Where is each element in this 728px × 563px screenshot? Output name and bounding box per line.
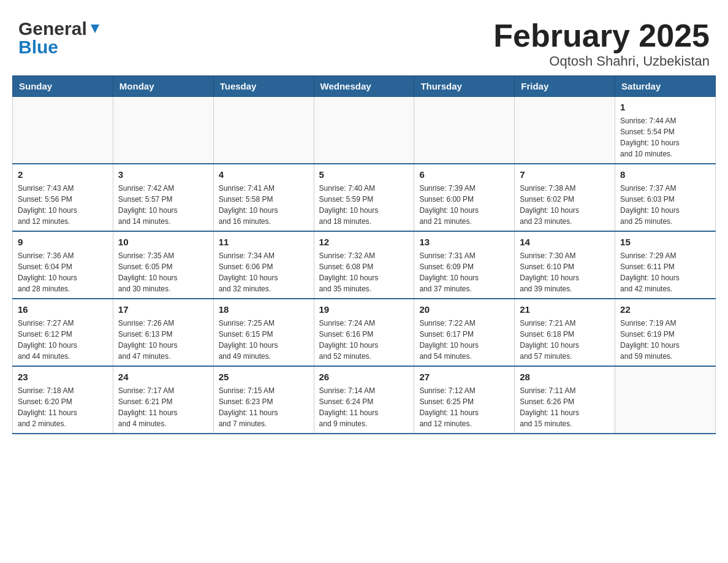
day-number: 25	[219, 370, 309, 383]
svg-marker-0	[91, 25, 99, 33]
day-info: Sunrise: 7:17 AM Sunset: 6:21 PM Dayligh…	[118, 385, 208, 429]
calendar-week-row: 1Sunrise: 7:44 AM Sunset: 5:54 PM Daylig…	[13, 97, 716, 164]
calendar-day-cell: 3Sunrise: 7:42 AM Sunset: 5:57 PM Daylig…	[113, 164, 213, 231]
weekday-header-row: Sunday Monday Tuesday Wednesday Thursday…	[13, 76, 716, 97]
day-info: Sunrise: 7:11 AM Sunset: 6:26 PM Dayligh…	[520, 385, 610, 429]
calendar-subtitle: Oqtosh Shahri, Uzbekistan	[493, 53, 710, 69]
page-header: General Blue February 2025 Oqtosh Shahri…	[12, 12, 716, 69]
day-number: 15	[620, 236, 710, 248]
day-info: Sunrise: 7:44 AM Sunset: 5:54 PM Dayligh…	[620, 115, 710, 159]
day-number: 18	[219, 303, 309, 316]
day-info: Sunrise: 7:35 AM Sunset: 6:05 PM Dayligh…	[118, 250, 208, 294]
day-info: Sunrise: 7:40 AM Sunset: 5:59 PM Dayligh…	[319, 183, 409, 227]
calendar-day-cell: 10Sunrise: 7:35 AM Sunset: 6:05 PM Dayli…	[113, 231, 213, 299]
calendar-body: 1Sunrise: 7:44 AM Sunset: 5:54 PM Daylig…	[13, 97, 716, 434]
day-info: Sunrise: 7:39 AM Sunset: 6:00 PM Dayligh…	[419, 183, 509, 227]
day-number: 3	[118, 168, 208, 181]
day-number: 17	[118, 303, 208, 316]
day-number: 8	[620, 168, 710, 181]
calendar-day-cell: 22Sunrise: 7:19 AM Sunset: 6:19 PM Dayli…	[615, 299, 716, 366]
logo-top: General	[18, 18, 102, 39]
logo-arrow-icon	[88, 22, 102, 36]
calendar-day-cell	[615, 366, 716, 434]
day-info: Sunrise: 7:36 AM Sunset: 6:04 PM Dayligh…	[18, 250, 108, 294]
day-info: Sunrise: 7:26 AM Sunset: 6:13 PM Dayligh…	[118, 318, 208, 362]
day-number: 5	[319, 168, 409, 181]
header-thursday: Thursday	[414, 76, 515, 97]
day-number: 22	[620, 303, 710, 316]
calendar-day-cell: 2Sunrise: 7:43 AM Sunset: 5:56 PM Daylig…	[13, 164, 113, 231]
day-info: Sunrise: 7:42 AM Sunset: 5:57 PM Dayligh…	[118, 183, 208, 227]
calendar-header: Sunday Monday Tuesday Wednesday Thursday…	[13, 76, 716, 97]
day-number: 13	[419, 236, 509, 248]
calendar-day-cell	[515, 97, 615, 164]
logo-blue-text: Blue	[18, 37, 58, 58]
logo: General Blue	[18, 18, 102, 58]
calendar-day-cell	[213, 97, 314, 164]
calendar-day-cell: 11Sunrise: 7:34 AM Sunset: 6:06 PM Dayli…	[213, 231, 314, 299]
header-sunday: Sunday	[13, 76, 113, 97]
calendar-day-cell	[414, 97, 515, 164]
calendar-day-cell: 17Sunrise: 7:26 AM Sunset: 6:13 PM Dayli…	[113, 299, 213, 366]
day-info: Sunrise: 7:15 AM Sunset: 6:23 PM Dayligh…	[219, 385, 309, 429]
calendar-day-cell: 25Sunrise: 7:15 AM Sunset: 6:23 PM Dayli…	[213, 366, 314, 434]
calendar-day-cell: 9Sunrise: 7:36 AM Sunset: 6:04 PM Daylig…	[13, 231, 113, 299]
calendar-day-cell: 16Sunrise: 7:27 AM Sunset: 6:12 PM Dayli…	[13, 299, 113, 366]
calendar-day-cell	[113, 97, 213, 164]
day-number: 12	[319, 236, 409, 248]
header-saturday: Saturday	[615, 76, 716, 97]
day-info: Sunrise: 7:25 AM Sunset: 6:15 PM Dayligh…	[219, 318, 309, 362]
day-number: 4	[219, 168, 309, 181]
calendar-day-cell: 27Sunrise: 7:12 AM Sunset: 6:25 PM Dayli…	[414, 366, 515, 434]
day-info: Sunrise: 7:18 AM Sunset: 6:20 PM Dayligh…	[18, 385, 108, 429]
day-number: 1	[620, 101, 710, 113]
day-info: Sunrise: 7:32 AM Sunset: 6:08 PM Dayligh…	[319, 250, 409, 294]
calendar-week-row: 16Sunrise: 7:27 AM Sunset: 6:12 PM Dayli…	[13, 299, 716, 366]
calendar-week-row: 2Sunrise: 7:43 AM Sunset: 5:56 PM Daylig…	[13, 164, 716, 231]
day-info: Sunrise: 7:24 AM Sunset: 6:16 PM Dayligh…	[319, 318, 409, 362]
day-number: 20	[419, 303, 509, 316]
day-number: 7	[520, 168, 610, 181]
calendar-day-cell	[13, 97, 113, 164]
day-info: Sunrise: 7:41 AM Sunset: 5:58 PM Dayligh…	[219, 183, 309, 227]
header-friday: Friday	[515, 76, 615, 97]
day-number: 26	[319, 370, 409, 383]
title-block: February 2025 Oqtosh Shahri, Uzbekistan	[493, 18, 710, 69]
calendar-table: Sunday Monday Tuesday Wednesday Thursday…	[12, 75, 716, 434]
day-number: 19	[319, 303, 409, 316]
calendar-day-cell: 5Sunrise: 7:40 AM Sunset: 5:59 PM Daylig…	[314, 164, 414, 231]
day-info: Sunrise: 7:21 AM Sunset: 6:18 PM Dayligh…	[520, 318, 610, 362]
day-info: Sunrise: 7:12 AM Sunset: 6:25 PM Dayligh…	[419, 385, 509, 429]
calendar-day-cell: 8Sunrise: 7:37 AM Sunset: 6:03 PM Daylig…	[615, 164, 716, 231]
day-info: Sunrise: 7:30 AM Sunset: 6:10 PM Dayligh…	[520, 250, 610, 294]
calendar-day-cell: 7Sunrise: 7:38 AM Sunset: 6:02 PM Daylig…	[515, 164, 615, 231]
day-number: 2	[18, 168, 108, 181]
day-number: 10	[118, 236, 208, 248]
day-info: Sunrise: 7:31 AM Sunset: 6:09 PM Dayligh…	[419, 250, 509, 294]
header-monday: Monday	[113, 76, 213, 97]
calendar-day-cell: 4Sunrise: 7:41 AM Sunset: 5:58 PM Daylig…	[213, 164, 314, 231]
calendar-day-cell: 21Sunrise: 7:21 AM Sunset: 6:18 PM Dayli…	[515, 299, 615, 366]
header-tuesday: Tuesday	[213, 76, 314, 97]
day-number: 28	[520, 370, 610, 383]
day-number: 16	[18, 303, 108, 316]
day-number: 21	[520, 303, 610, 316]
day-info: Sunrise: 7:38 AM Sunset: 6:02 PM Dayligh…	[520, 183, 610, 227]
day-info: Sunrise: 7:27 AM Sunset: 6:12 PM Dayligh…	[18, 318, 108, 362]
calendar-day-cell: 13Sunrise: 7:31 AM Sunset: 6:09 PM Dayli…	[414, 231, 515, 299]
logo-general-text: General	[18, 18, 87, 39]
day-info: Sunrise: 7:43 AM Sunset: 5:56 PM Dayligh…	[18, 183, 108, 227]
day-number: 27	[419, 370, 509, 383]
calendar-day-cell: 12Sunrise: 7:32 AM Sunset: 6:08 PM Dayli…	[314, 231, 414, 299]
day-info: Sunrise: 7:37 AM Sunset: 6:03 PM Dayligh…	[620, 183, 710, 227]
day-number: 6	[419, 168, 509, 181]
day-info: Sunrise: 7:34 AM Sunset: 6:06 PM Dayligh…	[219, 250, 309, 294]
day-number: 9	[18, 236, 108, 248]
calendar-day-cell: 23Sunrise: 7:18 AM Sunset: 6:20 PM Dayli…	[13, 366, 113, 434]
calendar-day-cell: 26Sunrise: 7:14 AM Sunset: 6:24 PM Dayli…	[314, 366, 414, 434]
calendar-day-cell: 18Sunrise: 7:25 AM Sunset: 6:15 PM Dayli…	[213, 299, 314, 366]
calendar-week-row: 23Sunrise: 7:18 AM Sunset: 6:20 PM Dayli…	[13, 366, 716, 434]
calendar-day-cell: 20Sunrise: 7:22 AM Sunset: 6:17 PM Dayli…	[414, 299, 515, 366]
calendar-day-cell: 6Sunrise: 7:39 AM Sunset: 6:00 PM Daylig…	[414, 164, 515, 231]
calendar-day-cell: 15Sunrise: 7:29 AM Sunset: 6:11 PM Dayli…	[615, 231, 716, 299]
